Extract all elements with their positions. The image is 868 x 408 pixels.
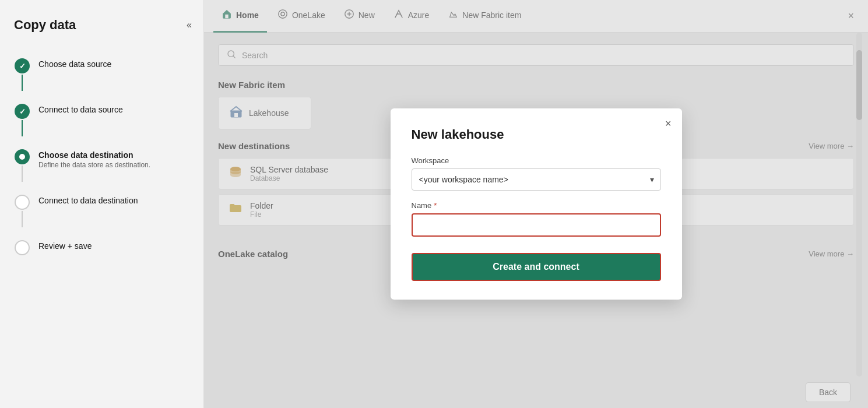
new-lakehouse-modal: × New lakehouse Workspace <your workspac… [391,108,682,300]
modal-close-button[interactable]: × [665,118,672,130]
sidebar-title: Copy data [14,17,76,33]
step-2-circle: ✓ [15,104,30,119]
workspace-label: Workspace [412,156,661,165]
step-2-label: Connect to data source [38,105,123,114]
step-choose-data-destination: Choose data destination Define the data … [0,143,203,189]
step-1-label: Choose data source [38,59,111,69]
step-review-save: Review + save [0,234,203,261]
step-1-line [22,75,23,91]
sidebar-collapse-button[interactable]: « [187,20,192,30]
step-2-line [22,120,23,136]
step-3-line [22,166,23,182]
step-4-circle [15,195,30,210]
name-input-wrap [412,213,661,237]
step-3-sublabel: Define the data store as destination. [38,161,150,169]
main-panel: Home OneLake New Azure New Fabric item [204,0,868,408]
step-5-circle [15,240,30,255]
sidebar: Copy data « ✓ Choose data source ✓ [0,0,204,408]
step-4-line [22,211,23,227]
step-3-circle [15,149,30,164]
step-connect-to-data-destination: Connect to data destination [0,189,203,234]
step-connect-to-data-source: ✓ Connect to data source [0,98,203,143]
required-indicator: * [434,201,437,210]
step-list: ✓ Choose data source ✓ Connect to data s… [0,47,203,267]
name-input[interactable] [413,214,660,235]
step-choose-data-source: ✓ Choose data source [0,52,203,98]
step-4-label: Connect to data destination [38,196,138,205]
workspace-select[interactable]: <your workspace name> [412,168,661,191]
modal-title: New lakehouse [412,127,661,142]
create-and-connect-button[interactable]: Create and connect [412,253,661,281]
step-1-circle: ✓ [15,58,30,73]
workspace-select-wrap: <your workspace name> ▾ [412,168,661,191]
step-3-label: Choose data destination [38,150,150,160]
name-label: Name [412,201,432,210]
modal-overlay: × New lakehouse Workspace <your workspac… [204,0,868,408]
step-5-label: Review + save [38,241,92,251]
